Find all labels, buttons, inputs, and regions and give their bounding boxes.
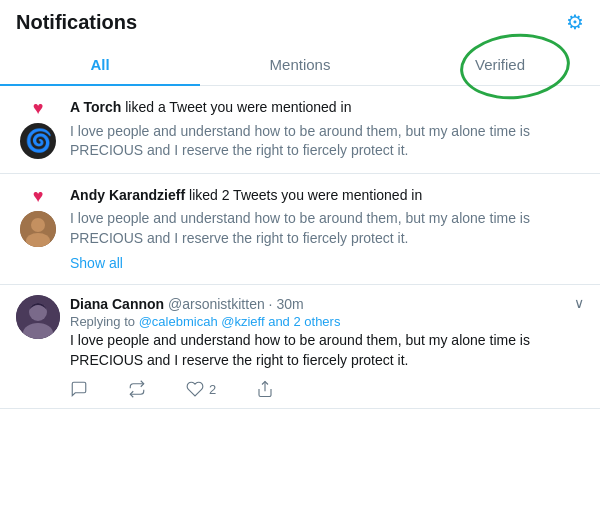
- notif-text: Andy Karandzieff liked 2 Tweets you were…: [70, 186, 584, 206]
- heart-icon: ♥: [33, 186, 44, 207]
- heart-icon: ♥: [33, 98, 44, 119]
- gear-icon[interactable]: ⚙: [566, 10, 584, 34]
- tweet-header: Diana Cannon @arsonistkitten · 30m ∨: [70, 295, 584, 315]
- actor-name: Andy Karandzieff: [70, 187, 185, 203]
- tweet-time: 30m: [276, 296, 303, 312]
- svg-point-4: [29, 303, 47, 321]
- avatar: [16, 295, 60, 339]
- chevron-down-icon[interactable]: ∨: [566, 295, 584, 311]
- tweet-notification: Diana Cannon @arsonistkitten · 30m ∨ Rep…: [0, 285, 600, 410]
- notif-icon-group: ♥ 🌀: [16, 98, 60, 159]
- like-count: 2: [209, 382, 216, 397]
- actor-name: A Torch: [70, 99, 121, 115]
- notification-item: ♥ 🌀 A Torch liked a Tweet you were menti…: [0, 86, 600, 174]
- tweet-dot: ·: [269, 296, 273, 312]
- notif-icon-group: ♥: [16, 186, 60, 247]
- reply-icon: [70, 380, 88, 398]
- reply-button[interactable]: [70, 380, 88, 398]
- like-icon: [186, 380, 204, 398]
- notif-content: Andy Karandzieff liked 2 Tweets you were…: [70, 186, 584, 272]
- avatar: [20, 211, 56, 247]
- tweet-user-info: Diana Cannon @arsonistkitten · 30m: [70, 295, 304, 315]
- tweet-text: I love people and understand how to be a…: [70, 331, 584, 370]
- tab-mentions[interactable]: Mentions: [200, 42, 400, 85]
- tab-all[interactable]: All: [0, 42, 200, 85]
- tweet-actions: 2: [70, 380, 584, 398]
- tweet-author-handle: @arsonistkitten: [168, 296, 265, 312]
- notif-content: A Torch liked a Tweet you were mentioned…: [70, 98, 584, 161]
- page-title: Notifications: [16, 11, 137, 34]
- notif-preview: I love people and understand how to be a…: [70, 122, 584, 161]
- notification-item: ♥ Andy Karandzieff liked 2 Tweets you we…: [0, 174, 600, 285]
- share-button[interactable]: [256, 380, 274, 398]
- tab-verified[interactable]: Verified: [400, 42, 600, 85]
- show-all-link[interactable]: Show all: [70, 255, 123, 271]
- avatar: 🌀: [20, 123, 56, 159]
- retweet-button[interactable]: [128, 380, 146, 398]
- notifications-header: Notifications ⚙: [0, 0, 600, 42]
- svg-point-1: [31, 218, 45, 232]
- tweet-body: Diana Cannon @arsonistkitten · 30m ∨ Rep…: [70, 295, 584, 399]
- notif-text: A Torch liked a Tweet you were mentioned…: [70, 98, 584, 118]
- mention-link[interactable]: @calebmicah @kzieff and 2 others: [139, 314, 341, 329]
- like-button[interactable]: 2: [186, 380, 216, 398]
- replying-to: Replying to @calebmicah @kzieff and 2 ot…: [70, 314, 584, 329]
- retweet-icon: [128, 380, 146, 398]
- share-icon: [256, 380, 274, 398]
- tabs-bar: All Mentions Verified: [0, 42, 600, 86]
- tweet-author-name: Diana Cannon: [70, 296, 164, 312]
- notif-preview: I love people and understand how to be a…: [70, 209, 584, 248]
